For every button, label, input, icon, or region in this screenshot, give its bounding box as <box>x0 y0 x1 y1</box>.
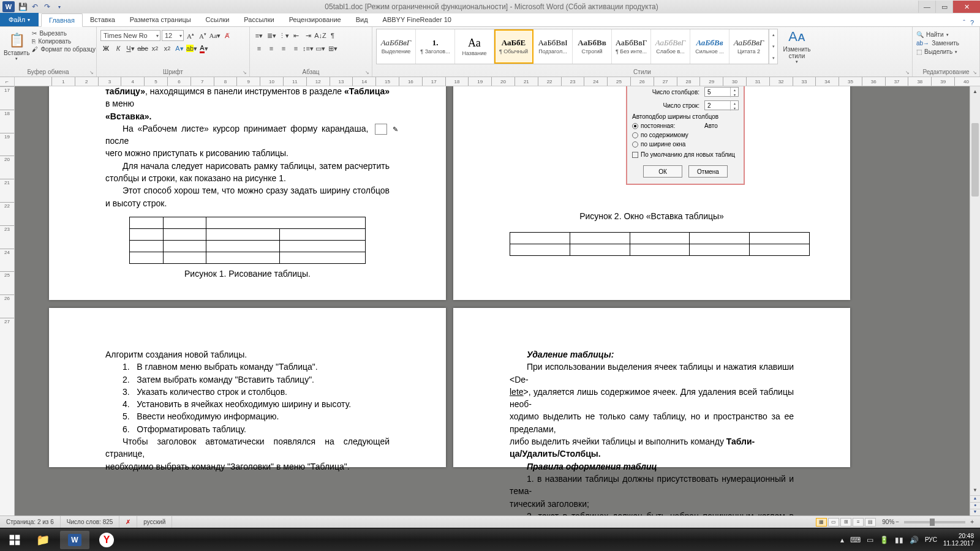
view-outline-icon[interactable]: ≡ <box>853 518 864 527</box>
status-page[interactable]: Страница: 2 из 6 <box>0 516 61 528</box>
zoom-out-icon[interactable]: − <box>895 519 899 525</box>
shrink-font-icon[interactable]: A▾ <box>197 30 208 41</box>
find-button[interactable]: 🔍Найти▾ <box>916 31 949 38</box>
italic-icon[interactable]: К <box>113 43 124 54</box>
redo-icon[interactable]: ↷ <box>42 1 53 12</box>
zoom-in-icon[interactable]: + <box>970 519 974 525</box>
tray-clock[interactable]: 20:48 11.12.2017 <box>943 533 974 547</box>
tray-network-icon[interactable]: ▮▮ <box>895 536 903 544</box>
font-name-combo[interactable]: Times New Ro <box>100 30 160 41</box>
change-styles-button[interactable]: Aᴀ Изменить стили ▾ <box>780 29 813 64</box>
prev-page-icon[interactable]: ▲ <box>970 495 980 502</box>
tray-language[interactable]: РУС <box>925 536 937 543</box>
numbering-icon[interactable]: ≣▾ <box>266 30 277 41</box>
view-draft-icon[interactable]: ▤ <box>865 518 876 527</box>
tray-chevron-icon[interactable]: ▴ <box>840 536 844 544</box>
sort-icon[interactable]: A↓Z <box>315 30 326 41</box>
ok-button[interactable]: ОК <box>643 165 682 178</box>
shading-icon[interactable]: ▭▾ <box>315 43 326 54</box>
view-print-layout-icon[interactable]: ▦ <box>816 518 827 527</box>
vertical-ruler[interactable]: 1718192021222324252627 <box>0 86 15 515</box>
style-item[interactable]: АаБбВвГЦитата 2 <box>729 29 769 64</box>
horizontal-ruler[interactable]: ⌐ 12345678910111213141516171819202122232… <box>0 77 980 86</box>
rows-spinner[interactable]: 2 <box>704 100 739 110</box>
copy-button[interactable]: ⎘Копировать <box>32 38 96 45</box>
show-marks-icon[interactable]: ¶ <box>327 30 338 41</box>
tray-battery-icon[interactable]: 🔋 <box>880 536 889 544</box>
line-spacing-icon[interactable]: ↕≡▾ <box>303 43 314 54</box>
pages-container[interactable]: таблицу», находящимся в панели инструмен… <box>15 86 970 515</box>
scroll-up-icon[interactable]: ▲ <box>970 86 980 96</box>
tab-finereader[interactable]: ABBYY FineReader 10 <box>375 13 459 26</box>
zoom-slider[interactable] <box>904 521 965 523</box>
select-button[interactable]: ⬚Выделить▾ <box>916 48 957 55</box>
paste-button[interactable]: 📋 Вставить ▾ <box>4 29 29 64</box>
grow-font-icon[interactable]: A▴ <box>185 30 196 41</box>
next-page-icon[interactable]: ▼ <box>970 509 980 515</box>
increase-indent-icon[interactable]: ⇥ <box>303 30 314 41</box>
browse-object-icon[interactable]: ● <box>970 502 980 509</box>
status-language[interactable]: русский <box>137 516 172 528</box>
format-painter-button[interactable]: 🖌Формат по образцу <box>32 46 96 53</box>
minimize-button[interactable]: ― <box>918 1 935 13</box>
tray-keyboard-icon[interactable]: ⌨ <box>850 536 861 544</box>
font-size-combo[interactable]: 12 <box>162 30 184 41</box>
cancel-button[interactable]: Отмена <box>688 165 728 178</box>
scroll-down-icon[interactable]: ▼ <box>970 485 980 495</box>
start-button[interactable] <box>2 531 27 549</box>
align-right-icon[interactable]: ≡ <box>278 43 289 54</box>
fixed-width-spinner[interactable]: Авто <box>704 122 739 129</box>
restore-button[interactable]: ▭ <box>935 1 952 13</box>
close-button[interactable]: ✕ <box>952 1 980 13</box>
tab-home[interactable]: Главная <box>41 13 83 27</box>
align-center-icon[interactable]: ≡ <box>266 43 277 54</box>
cols-spinner[interactable]: 5 <box>704 87 739 97</box>
vertical-scrollbar[interactable]: ▲ ▼ ▲ ● ▼ <box>970 86 980 515</box>
gallery-scroll-icon[interactable]: ▾ <box>769 41 777 53</box>
gallery-scroll-icon[interactable]: ▴ <box>769 29 777 41</box>
save-icon[interactable]: 💾 <box>17 1 28 12</box>
bold-icon[interactable]: Ж <box>100 43 111 54</box>
justify-icon[interactable]: ≡ <box>290 43 301 54</box>
gallery-scroll-icon[interactable]: ▾ <box>769 52 777 64</box>
superscript-icon[interactable]: x2 <box>162 43 173 54</box>
zoom-percent[interactable]: 90% <box>882 519 894 525</box>
tab-references[interactable]: Ссылки <box>198 13 237 26</box>
tab-insert[interactable]: Вставка <box>83 13 123 26</box>
bullets-icon[interactable]: ≡▾ <box>254 30 265 41</box>
style-item[interactable]: АаБбЕ¶ Обычный <box>494 29 533 64</box>
taskbar-word[interactable]: W <box>60 531 89 549</box>
strikethrough-icon[interactable]: abc <box>137 43 148 54</box>
style-item[interactable]: АаБбВвІПодзагол... <box>533 29 573 64</box>
tab-view[interactable]: Вид <box>349 13 375 26</box>
tray-resolution-icon[interactable]: ▭ <box>867 536 873 544</box>
align-left-icon[interactable]: ≡ <box>254 43 265 54</box>
multilevel-icon[interactable]: ⋮▾ <box>278 30 289 41</box>
replace-button[interactable]: ab→Заменить <box>916 40 959 47</box>
style-item[interactable]: АаБбВвГ¶ Без инте... <box>612 29 651 64</box>
style-item[interactable]: АаБбВвСтрогий <box>573 29 612 64</box>
style-item[interactable]: АаНазвание <box>455 29 494 64</box>
underline-icon[interactable]: Ч▾ <box>125 43 136 54</box>
radio-fixed[interactable] <box>632 123 638 129</box>
undo-icon[interactable]: ↶ <box>29 1 40 12</box>
help-icon[interactable]: ? <box>970 19 974 26</box>
taskbar-yandex[interactable]: Y <box>92 531 121 549</box>
remember-checkbox[interactable] <box>632 152 638 158</box>
tab-page-layout[interactable]: Разметка страницы <box>123 13 198 26</box>
status-words[interactable]: Число слов: 825 <box>61 516 120 528</box>
highlight-icon[interactable]: ab▾ <box>186 43 197 54</box>
font-color-icon[interactable]: A▾ <box>198 43 209 54</box>
radio-window[interactable] <box>632 141 638 148</box>
style-item[interactable]: АаБбВвСильное ... <box>690 29 729 64</box>
view-web-icon[interactable]: ⊞ <box>840 518 851 527</box>
minimize-ribbon-icon[interactable]: ˆ <box>963 19 965 26</box>
view-reading-icon[interactable]: ▭ <box>828 518 839 527</box>
style-item[interactable]: АаБбВвГСлабое в... <box>651 29 690 64</box>
subscript-icon[interactable]: x2 <box>149 43 160 54</box>
status-proofing[interactable]: ✗ <box>119 516 137 528</box>
scroll-thumb[interactable] <box>971 123 979 197</box>
file-tab[interactable]: Файл▾ <box>0 13 39 26</box>
radio-content[interactable] <box>632 132 638 138</box>
cut-button[interactable]: ✂Вырезать <box>32 30 96 37</box>
